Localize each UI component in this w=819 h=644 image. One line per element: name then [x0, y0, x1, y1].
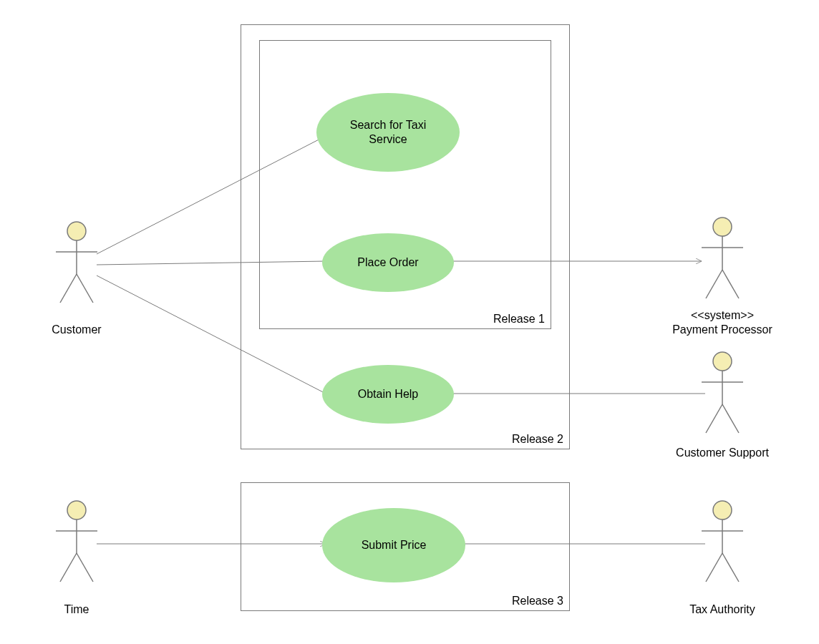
svg-point-10 [713, 218, 732, 236]
actor-customer-icon [53, 220, 100, 306]
usecase-place-order: Place Order [322, 233, 454, 292]
usecase-search-taxi: Search for Taxi Service [316, 93, 460, 172]
svg-line-18 [706, 404, 722, 433]
svg-line-24 [722, 553, 739, 582]
usecase-obtain-help-label: Obtain Help [358, 387, 419, 401]
svg-line-4 [77, 274, 93, 303]
actor-time [53, 499, 100, 585]
svg-point-20 [713, 501, 732, 519]
svg-line-8 [60, 553, 77, 582]
svg-line-9 [77, 553, 93, 582]
svg-point-15 [713, 352, 732, 371]
actor-time-label: Time [5, 603, 148, 616]
actor-customer-support-label: Customer Support [651, 447, 794, 459]
usecase-search-taxi-label: Search for Taxi Service [334, 118, 442, 147]
actor-customer-label: Customer [5, 323, 148, 336]
svg-line-13 [706, 270, 722, 298]
actor-tax-authority-icon [699, 499, 746, 585]
actor-payment-processor-icon [699, 216, 746, 302]
svg-line-23 [706, 553, 722, 582]
usecase-submit-price: Submit Price [322, 508, 465, 582]
actor-tax-authority [699, 499, 746, 585]
boundary-release3-label: Release 3 [512, 595, 563, 608]
boundary-release2-label: Release 2 [512, 433, 563, 446]
actor-tax-authority-label: Tax Authority [651, 603, 794, 616]
actor-customer-support-icon [699, 351, 746, 436]
usecase-obtain-help: Obtain Help [322, 365, 454, 424]
usecase-place-order-label: Place Order [357, 255, 418, 270]
actor-payment-processor-stereotype: <<system>> [651, 309, 794, 322]
actor-payment-processor-label: Payment Processor [651, 323, 794, 336]
svg-point-0 [67, 222, 86, 240]
actor-customer [53, 220, 100, 306]
actor-payment-processor [699, 216, 746, 302]
svg-line-3 [60, 274, 77, 303]
svg-point-5 [67, 501, 86, 519]
svg-line-14 [722, 270, 739, 298]
boundary-release1-label: Release 1 [493, 313, 545, 326]
actor-customer-support [699, 351, 746, 436]
actor-time-icon [53, 499, 100, 585]
usecase-submit-price-label: Submit Price [362, 538, 427, 552]
svg-line-19 [722, 404, 739, 433]
